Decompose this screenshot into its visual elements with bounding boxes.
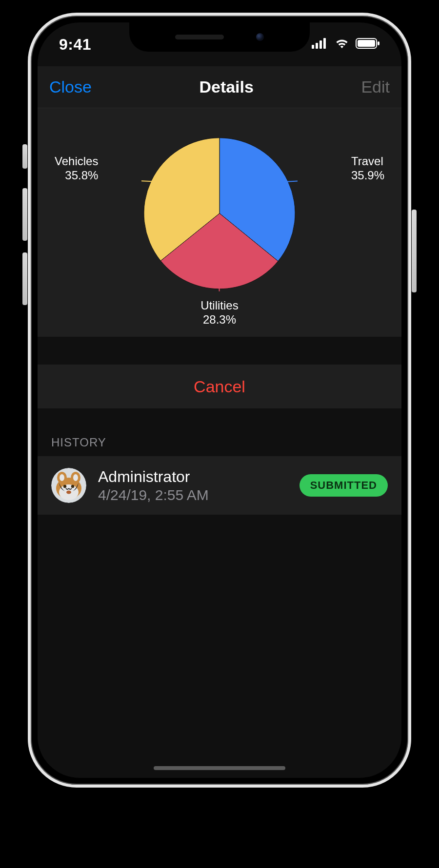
svg-point-17 (66, 491, 71, 494)
volume-down-button[interactable] (22, 252, 27, 305)
status-time: 9:41 (59, 36, 91, 54)
home-indicator[interactable] (154, 766, 285, 770)
svg-rect-0 (312, 45, 314, 49)
svg-rect-6 (378, 41, 379, 45)
screen: 9:41 (38, 22, 401, 778)
power-button[interactable] (412, 210, 417, 292)
edit-button[interactable]: Edit (361, 77, 390, 96)
pie-label-category: Vehicles (55, 154, 98, 169)
cancel-row[interactable]: Cancel (38, 365, 401, 408)
svg-rect-3 (323, 38, 326, 49)
history-header: HISTORY (38, 436, 401, 456)
avatar (51, 468, 86, 503)
speaker-grille (175, 35, 224, 39)
pie-label-vehicles: Vehicles 35.8% (55, 154, 98, 183)
battery-icon (356, 38, 380, 51)
pie-chart (141, 135, 298, 291)
pie-chart-section: Travel 35.9% Utilities 28.3% Vehicles 35… (38, 108, 401, 337)
volume-up-button[interactable] (22, 188, 27, 241)
pie-label-travel: Travel 35.9% (351, 154, 384, 183)
pie-label-percent: 28.3% (200, 313, 238, 327)
notch (129, 22, 310, 52)
history-name: Administrator (98, 468, 299, 486)
history-text: Administrator 4/24/19, 2:55 AM (86, 468, 299, 503)
svg-rect-1 (316, 43, 318, 49)
avatar-image (51, 468, 86, 503)
page-title: Details (199, 77, 254, 96)
status-badge: SUBMITTED (299, 474, 388, 497)
pie-label-category: Travel (351, 154, 384, 169)
pie-label-percent: 35.9% (351, 169, 384, 183)
phone-frame: 9:41 (28, 13, 411, 788)
svg-point-14 (73, 474, 78, 481)
content: Travel 35.9% Utilities 28.3% Vehicles 35… (38, 108, 401, 778)
close-button[interactable]: Close (49, 77, 92, 96)
nav-bar: Close Details Edit (38, 66, 401, 108)
svg-point-16 (71, 485, 74, 488)
pie-label-category: Utilities (200, 299, 238, 313)
wifi-icon (334, 38, 350, 51)
mute-switch[interactable] (22, 144, 27, 169)
history-date: 4/24/19, 2:55 AM (98, 487, 299, 503)
cancel-button[interactable]: Cancel (194, 377, 245, 396)
pie-label-percent: 35.8% (55, 169, 98, 183)
svg-rect-5 (358, 40, 375, 47)
front-camera (256, 33, 264, 41)
svg-point-15 (63, 485, 66, 488)
svg-point-13 (60, 474, 64, 481)
status-icons (312, 38, 380, 51)
svg-rect-2 (319, 40, 322, 49)
cellular-icon (312, 38, 328, 51)
pie-label-utilities: Utilities 28.3% (200, 299, 238, 327)
history-row[interactable]: Administrator 4/24/19, 2:55 AM SUBMITTED (38, 456, 401, 515)
